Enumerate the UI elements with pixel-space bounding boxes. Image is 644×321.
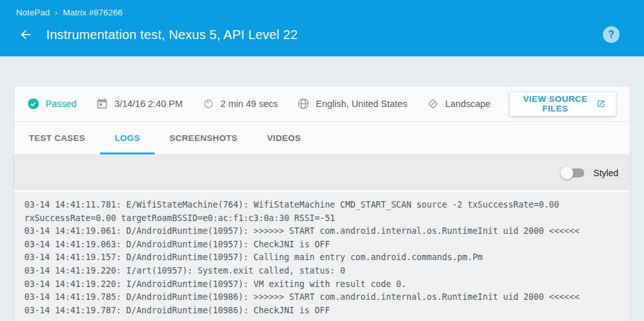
log-line: rxSuccessRate=0.00 targetRoamBSSID=e0:ac…: [24, 212, 630, 226]
timer-icon: [202, 97, 215, 110]
check-circle-icon: [27, 97, 40, 110]
test-orientation: Landscape: [427, 97, 491, 110]
breadcrumb-separator-icon: ›: [55, 8, 58, 17]
tab-test-cases[interactable]: TEST CASES: [14, 122, 100, 154]
test-date: 3/14/16 2:40 PM: [96, 97, 182, 110]
view-source-files-label: VIEW SOURCE FILES: [520, 94, 591, 113]
log-toolbar: Styled: [14, 155, 630, 192]
tab-videos[interactable]: VIDEOS: [252, 122, 316, 154]
test-date-label: 3/14/16 2:40 PM: [114, 99, 182, 109]
log-line: 03-14 14:41:19.785: D/AndroidRuntime(109…: [24, 291, 630, 304]
styled-toggle-knob: [561, 167, 573, 179]
tab-logs[interactable]: LOGS: [100, 122, 155, 154]
calendar-icon: [96, 97, 108, 110]
view-source-files-button[interactable]: VIEW SOURCE FILES: [510, 92, 616, 116]
breadcrumb: NotePad › Matrix #876266: [0, 0, 644, 17]
back-arrow-icon[interactable]: [18, 27, 33, 42]
log-line: 03-14 14:41:19.220: I/AndroidRuntime(109…: [24, 278, 630, 292]
tabs-bar: TEST CASES LOGS SCREENSHOTS VIDEOS: [14, 122, 630, 155]
styled-toggle[interactable]: [563, 169, 584, 177]
open-in-new-icon: [597, 98, 606, 110]
app-header: NotePad › Matrix #876266 Instrumentation…: [0, 0, 644, 56]
globe-icon: [297, 97, 310, 110]
styled-toggle-label: Styled: [593, 168, 618, 178]
log-line: 03-14 14:41:19.220: I/art(10957): System…: [24, 265, 630, 278]
log-line: 03-14 14:41:19.063: D/AndroidRuntime(109…: [24, 238, 630, 252]
log-output[interactable]: 03-14 14:41:11.781: E/WifiStateMachine(7…: [14, 192, 630, 321]
test-duration-label: 2 min 49 secs: [221, 99, 278, 109]
test-locale-label: English, United States: [316, 99, 407, 109]
breadcrumb-parent[interactable]: NotePad: [16, 8, 50, 17]
log-line: 03-14 14:41:11.781: E/WifiStateMachine(7…: [24, 199, 630, 212]
help-icon[interactable]: ?: [603, 26, 620, 43]
tab-screenshots[interactable]: SCREENSHOTS: [155, 122, 252, 154]
test-result-status: Passed: [27, 97, 76, 110]
test-duration: 2 min 49 secs: [202, 97, 278, 110]
test-orientation-label: Landscape: [445, 99, 491, 109]
status-badge: Passed: [46, 99, 76, 109]
page-title: Instrumentation test, Nexus 5, API Level…: [46, 28, 603, 42]
test-locale: English, United States: [297, 97, 407, 110]
log-line: 03-14 14:41:19.787: D/AndroidRuntime(109…: [24, 304, 630, 318]
orientation-tag-icon: [427, 97, 439, 110]
log-line: 03-14 14:41:19.157: D/AndroidRuntime(109…: [24, 251, 630, 265]
test-results-card: Passed 3/14/16 2:40 PM 2 min 49 secs Eng…: [14, 86, 630, 321]
status-summary-row: Passed 3/14/16 2:40 PM 2 min 49 secs Eng…: [14, 86, 630, 122]
log-line: 03-14 14:41:19.061: D/AndroidRuntime(109…: [24, 225, 630, 238]
breadcrumb-current: Matrix #876266: [63, 8, 123, 17]
title-row: Instrumentation test, Nexus 5, API Level…: [0, 17, 644, 43]
